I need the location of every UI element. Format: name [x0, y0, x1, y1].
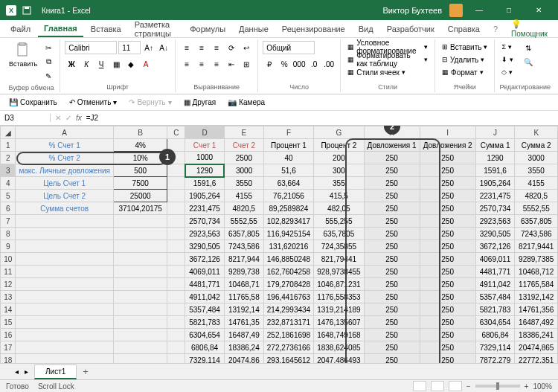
row-header[interactable]: 9 [1, 240, 16, 253]
dec-decimal-icon[interactable]: .00 [322, 57, 336, 71]
cell[interactable] [16, 316, 114, 329]
view-break-icon[interactable] [449, 381, 462, 391]
cell[interactable]: 355 [314, 177, 364, 190]
cell[interactable]: 250 [364, 190, 420, 202]
merge-icon[interactable]: ⊞ [240, 57, 253, 71]
cell[interactable]: 4155 [224, 190, 263, 202]
cell[interactable] [113, 278, 167, 291]
cell[interactable] [16, 228, 114, 240]
cell[interactable]: 3000 [515, 152, 558, 164]
fx-icon[interactable]: fx [76, 114, 82, 122]
cell[interactable] [167, 253, 185, 266]
tab-data[interactable]: Данные [233, 22, 275, 36]
cell[interactable]: 40 [263, 152, 313, 164]
cell[interactable]: 250 [420, 316, 475, 329]
cell[interactable]: 8217,9441 [515, 240, 558, 253]
cell[interactable]: 250 [420, 291, 475, 303]
fill-color-icon[interactable]: ◆ [124, 57, 138, 71]
cell[interactable]: 250 [364, 278, 420, 291]
fill-button[interactable]: ⬇ ▾ [499, 54, 516, 65]
cell[interactable]: 5357,484 [475, 291, 515, 303]
cell[interactable]: 11765,58 [224, 291, 263, 303]
cell[interactable] [113, 228, 167, 240]
cell[interactable]: 179,2708428 [263, 278, 313, 291]
cell[interactable] [167, 341, 185, 354]
cell[interactable]: 196,4416763 [263, 291, 313, 303]
cell[interactable] [167, 228, 185, 240]
cell[interactable]: 5821,783 [185, 316, 225, 329]
row-header[interactable]: 8 [1, 228, 16, 240]
cell[interactable]: 13192,142 [515, 291, 558, 303]
cell[interactable]: Счет 1 [185, 139, 225, 152]
find-icon[interactable]: 🔍 [522, 55, 535, 68]
cell[interactable] [167, 240, 185, 253]
cell[interactable]: 8217,944 [224, 253, 263, 266]
cell[interactable]: 250 [420, 266, 475, 278]
cell[interactable]: 250 [364, 164, 420, 177]
cell[interactable]: 250 [420, 228, 475, 240]
minimize-button[interactable]: — [466, 0, 493, 20]
cell[interactable] [167, 215, 185, 228]
cell[interactable]: 6357,805 [224, 228, 263, 240]
row-header[interactable]: 7 [1, 215, 16, 228]
cell[interactable]: 250 [420, 303, 475, 316]
row-header[interactable]: 2 [1, 152, 16, 164]
cell[interactable] [167, 291, 185, 303]
comma-icon[interactable]: 000 [292, 57, 306, 71]
cell[interactable]: 1290 [475, 152, 515, 164]
cell[interactable]: 250 [364, 341, 420, 354]
cell[interactable]: 250 [364, 291, 420, 303]
cut-icon[interactable]: ✂ [42, 41, 55, 54]
col-header[interactable]: I [420, 126, 475, 139]
help-icon[interactable]: ? [487, 22, 504, 36]
cell[interactable] [167, 329, 185, 341]
qat-undo[interactable]: ↶ Отменить ▾ [66, 97, 121, 108]
tab-review[interactable]: Рецензирование [276, 22, 351, 36]
user-name[interactable]: Виктор Бухтеев [383, 6, 442, 15]
qat-other[interactable]: ▦ Другая [181, 97, 219, 108]
align-mid-icon[interactable]: ≡ [195, 41, 208, 54]
border-icon[interactable]: ▦ [109, 57, 123, 71]
cell[interactable] [167, 266, 185, 278]
cell[interactable]: 10468,71 [224, 278, 263, 291]
number-format[interactable]: Общий [263, 41, 315, 54]
cell[interactable]: 63,664 [263, 177, 313, 190]
cell[interactable]: 200 [314, 152, 364, 164]
row-header[interactable]: 5 [1, 190, 16, 202]
cell[interactable]: 1319,214189 [314, 303, 364, 316]
currency-icon[interactable]: ₽ [263, 57, 276, 71]
col-header[interactable]: E [224, 126, 263, 139]
qat-camera[interactable]: 📷 Камера [225, 97, 268, 108]
cell[interactable]: 14761,356 [515, 303, 558, 316]
cell[interactable] [16, 303, 114, 316]
cell[interactable]: 250 [420, 202, 475, 215]
cell[interactable]: 635,7805 [314, 228, 364, 240]
col-header[interactable]: K [515, 126, 558, 139]
zoom-value[interactable]: 100% [533, 382, 552, 391]
cell[interactable]: 2570,734 [475, 202, 515, 215]
cell[interactable]: 4820,5 [224, 202, 263, 215]
cell[interactable]: 4481,771 [185, 278, 225, 291]
save-icon[interactable] [22, 6, 31, 15]
col-header[interactable]: A [16, 126, 114, 139]
painter-icon[interactable]: ✎ [42, 69, 55, 83]
cell[interactable]: 724,35855 [314, 240, 364, 253]
cell[interactable] [16, 278, 114, 291]
cell[interactable]: 18386,24 [224, 341, 263, 354]
cancel-formula-icon[interactable]: ✕ [55, 114, 61, 122]
cell[interactable]: 250 [364, 202, 420, 215]
cell[interactable]: 20474,865 [515, 341, 558, 354]
cell[interactable]: 4820,5 [515, 190, 558, 202]
cell[interactable]: 250 [364, 253, 420, 266]
cell[interactable] [16, 253, 114, 266]
cell[interactable]: 2231,475 [185, 202, 225, 215]
row-header[interactable]: 17 [1, 341, 16, 354]
cell[interactable]: 250 [364, 316, 420, 329]
cell[interactable]: 89,2589824 [263, 202, 313, 215]
cell[interactable]: 3672,126 [475, 240, 515, 253]
tab-developer[interactable]: Разработчик [381, 22, 440, 36]
cell[interactable]: 51,6 [263, 164, 313, 177]
cell[interactable]: 146,8850248 [263, 253, 313, 266]
font-size[interactable]: 11 [118, 41, 141, 54]
cell[interactable]: 250 [364, 266, 420, 278]
